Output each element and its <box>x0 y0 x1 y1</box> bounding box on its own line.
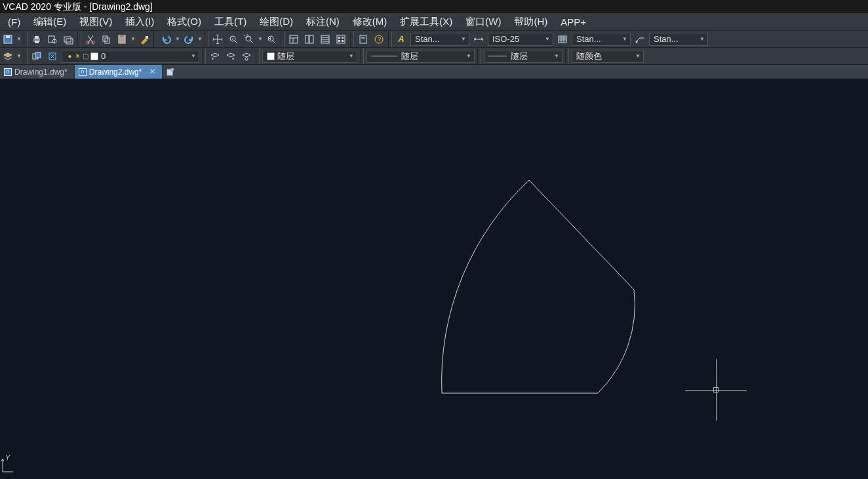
linetype-combo[interactable]: 随层 <box>262 50 357 63</box>
zoom-previous-icon[interactable] <box>264 32 279 47</box>
save-dropdown[interactable] <box>16 32 22 47</box>
svg-rect-50 <box>35 52 41 58</box>
help-icon[interactable]: ? <box>372 32 386 47</box>
tab-label: Drawing2.dwg* <box>89 67 142 77</box>
preview-icon[interactable] <box>45 32 60 47</box>
lineweight2-combo[interactable]: 随层 <box>484 50 562 63</box>
menu-window[interactable]: 窗口(W) <box>459 14 507 29</box>
sheet-set-icon[interactable] <box>334 32 348 47</box>
mleader-style-icon[interactable] <box>633 32 647 47</box>
app-title: VCAD 2020 专业版 - [Drawing2.dwg] <box>3 1 153 12</box>
paste-icon[interactable] <box>115 32 129 47</box>
save-icon[interactable] <box>1 32 15 47</box>
tab-drawing1[interactable]: D Drawing1.dwg* <box>0 65 75 79</box>
svg-line-17 <box>235 41 237 43</box>
svg-rect-3 <box>35 36 39 39</box>
drawing-canvas[interactable]: Y <box>0 79 868 479</box>
layer-previous-icon[interactable] <box>208 49 222 64</box>
match-prop-icon[interactable] <box>137 32 151 47</box>
redo-icon[interactable] <box>182 32 196 47</box>
menu-format[interactable]: 格式(O) <box>161 14 208 29</box>
svg-rect-43 <box>559 36 566 43</box>
layer-color-swatch <box>90 52 98 60</box>
paste-dropdown[interactable] <box>130 32 136 47</box>
menu-view[interactable]: 视图(V) <box>73 14 119 29</box>
undo-icon[interactable] <box>159 32 174 47</box>
menu-extend[interactable]: 扩展工具(X) <box>393 14 459 29</box>
zoom-realtime-icon[interactable]: + <box>226 32 241 47</box>
zoom-dropdown[interactable] <box>257 32 264 47</box>
mleader-style-value: Stan... <box>654 34 697 44</box>
cut-icon[interactable] <box>83 32 98 47</box>
title-bar: VCAD 2020 专业版 - [Drawing2.dwg] <box>0 0 868 13</box>
new-tab-button[interactable] <box>163 65 178 79</box>
svg-rect-28 <box>309 35 313 43</box>
svg-rect-38 <box>360 35 366 43</box>
text-style-icon[interactable]: A <box>394 32 408 47</box>
svg-text:Y: Y <box>5 455 10 461</box>
print-icon[interactable] <box>30 32 44 47</box>
svg-rect-4 <box>35 41 39 43</box>
close-icon[interactable]: ✕ <box>149 67 155 76</box>
svg-rect-14 <box>120 35 124 37</box>
dim-style-icon[interactable] <box>471 32 486 47</box>
svg-rect-27 <box>306 35 309 43</box>
menu-help[interactable]: 帮助(H) <box>507 14 554 29</box>
dim-style-combo[interactable]: ISO-25 <box>488 33 553 46</box>
design-center-icon[interactable] <box>302 32 317 47</box>
dwg-icon: D <box>79 68 87 76</box>
table-style-icon[interactable] <box>555 32 570 47</box>
svg-point-9 <box>87 41 89 44</box>
layer-states-icon[interactable] <box>30 49 44 64</box>
menu-insert[interactable]: 插入(I) <box>119 14 161 29</box>
layer-freeze-icon[interactable] <box>45 49 60 64</box>
tab-drawing2[interactable]: D Drawing2.dwg* ✕ <box>75 65 163 79</box>
layer-iso-icon[interactable] <box>239 49 254 64</box>
layer-properties-icon[interactable] <box>1 49 15 64</box>
plot-color-combo[interactable]: 随颜色 <box>572 50 644 63</box>
lineweight2-value: 随层 <box>511 50 551 62</box>
properties-icon[interactable] <box>286 32 301 47</box>
table-style-combo[interactable]: Stan... <box>572 33 631 46</box>
layer-combo[interactable]: ● ☀ ▢ 0 <box>62 50 199 63</box>
layer-tools-dropdown[interactable] <box>16 49 22 64</box>
svg-line-20 <box>250 41 253 43</box>
svg-rect-35 <box>342 37 344 39</box>
menu-file[interactable]: (F) <box>1 15 27 29</box>
tool-palettes-icon[interactable] <box>318 32 332 47</box>
menu-bar: (F) 编辑(E) 视图(V) 插入(I) 格式(O) 工具(T) 绘图(D) … <box>0 13 868 30</box>
menu-app[interactable]: APP+ <box>554 15 593 29</box>
copy-icon[interactable] <box>99 32 113 47</box>
menu-modify[interactable]: 修改(M) <box>346 14 394 29</box>
layer-status-icons: ● ☀ ▢ <box>66 52 89 60</box>
undo-dropdown[interactable] <box>174 32 181 47</box>
color-swatch-icon <box>267 52 275 60</box>
lightbulb-icon: ● <box>66 52 73 60</box>
menu-dimension[interactable]: 标注(N) <box>300 14 346 29</box>
svg-rect-8 <box>66 39 73 44</box>
svg-rect-39 <box>361 37 365 39</box>
line-swatch-icon <box>371 56 397 56</box>
dwg-icon: D <box>4 68 12 76</box>
svg-rect-36 <box>338 40 340 42</box>
zoom-window-icon[interactable] <box>242 32 256 47</box>
mleader-style-combo[interactable]: Stan... <box>649 33 708 46</box>
menu-draw[interactable]: 绘图(D) <box>253 14 300 29</box>
dim-style-value: ISO-25 <box>492 34 542 44</box>
calc-icon[interactable] <box>356 32 370 47</box>
svg-rect-7 <box>64 37 71 42</box>
menu-tools[interactable]: 工具(T) <box>208 14 253 29</box>
tab-label: Drawing1.dwg* <box>14 67 68 77</box>
lock-icon: ▢ <box>82 52 89 60</box>
pan-icon[interactable] <box>210 32 225 47</box>
menu-edit[interactable]: 编辑(E) <box>27 14 73 29</box>
svg-point-48 <box>636 41 638 43</box>
layer-match-icon[interactable] <box>224 49 238 64</box>
redo-dropdown[interactable] <box>197 32 203 47</box>
text-style-combo[interactable]: Stan... <box>410 33 469 46</box>
svg-text:?: ? <box>378 36 381 43</box>
publish-icon[interactable] <box>61 32 75 47</box>
lineweight-combo[interactable]: 随层 <box>366 50 475 63</box>
ucs-icon: Y <box>0 455 16 476</box>
svg-rect-1 <box>6 35 10 38</box>
